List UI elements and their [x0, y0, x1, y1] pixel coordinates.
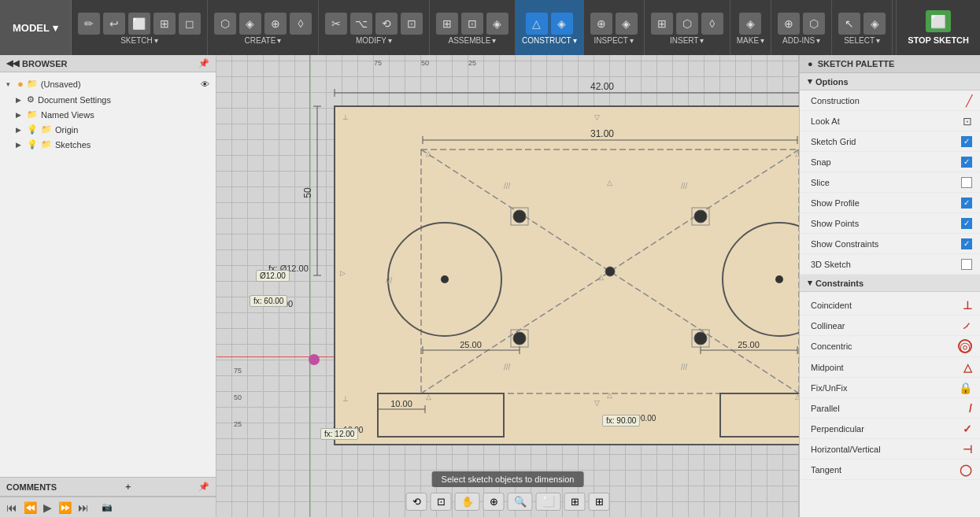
constraints-section-header[interactable]: ▾ Constraints	[800, 275, 980, 292]
show-points-checkbox[interactable]: ✓	[961, 218, 972, 229]
doc-settings-label: Document Settings	[38, 95, 111, 105]
constraint-perpendicular[interactable]: Perpendicular ✓	[800, 419, 980, 439]
sketch-grid-checkbox[interactable]: ✓	[961, 136, 972, 147]
show-profile-checkbox[interactable]: ✓	[961, 198, 972, 209]
origin-folder-icon: 📁	[41, 124, 52, 135]
3d-sketch-checkbox[interactable]	[961, 259, 972, 270]
select-label[interactable]: SELECT ▾	[844, 36, 880, 45]
view-cube-button[interactable]: ⬜	[536, 493, 561, 511]
toolbar-group-select[interactable]: ↖ ◈ SELECT ▾	[832, 0, 893, 55]
play-button[interactable]: ▶	[43, 501, 52, 514]
look-at-label: Look At	[811, 116, 840, 126]
unsaved-dot-icon: ●	[17, 78, 24, 90]
insert-label[interactable]: INSERT ▾	[670, 36, 704, 45]
perpendicular-icon: ✓	[963, 423, 972, 435]
constraint-parallel[interactable]: Parallel /	[800, 398, 980, 419]
snap-checkbox[interactable]: ✓	[961, 157, 972, 168]
browser-tree: ▾ ● 📁 (Unsaved) 👁 ▶ ⚙ Document Settings …	[0, 72, 216, 477]
construct-label[interactable]: CONSTRUCT ▾	[522, 36, 577, 45]
tree-item-origin[interactable]: ▶ 💡 📁 Origin	[0, 122, 216, 137]
camera-icon[interactable]: 📷	[102, 502, 113, 512]
browser-pin-icon[interactable]: 📌	[198, 58, 209, 68]
svg-text:△: △	[426, 150, 431, 157]
toolbar-group-assemble[interactable]: ⊞ ⊡ ◈ ASSEMBLE ▾	[430, 0, 516, 55]
comments-add-icon[interactable]: ＋	[124, 481, 132, 493]
constraint-concentric[interactable]: Concentric ◎	[800, 336, 980, 357]
sketch-palette-header: ● SKETCH PALETTE	[800, 55, 980, 73]
constraint-midpoint[interactable]: Midpoint △	[800, 357, 980, 378]
svg-text:42.00: 42.00	[590, 81, 614, 92]
nav-zoom-percent-button[interactable]: 🔍	[508, 493, 533, 511]
tree-item-named-views[interactable]: ▶ 📁 Named Views	[0, 107, 216, 122]
play-start-button[interactable]: ⏮	[6, 501, 17, 514]
play-prev-button[interactable]: ⏪	[24, 501, 37, 514]
show-points-label: Show Points	[811, 219, 859, 228]
add-ins-label[interactable]: ADD-INS ▾	[782, 36, 820, 45]
tree-item-sketches[interactable]: ▶ 💡 📁 Sketches	[0, 137, 216, 152]
sketch-grid-label: Sketch Grid	[811, 137, 856, 146]
toolbar-group-inspect[interactable]: ⊕ ◈ INSPECT ▾	[584, 0, 645, 55]
comments-pin-icon[interactable]: 📌	[198, 482, 209, 492]
midpoint-label: Midpoint	[811, 363, 844, 372]
tree-item-doc-settings[interactable]: ▶ ⚙ Document Settings	[0, 92, 216, 107]
look-at-control: ⊡	[963, 115, 972, 127]
make-label[interactable]: MAKE ▾	[737, 36, 764, 45]
create-label[interactable]: CREATE ▾	[245, 36, 282, 45]
inspect-label[interactable]: INSPECT ▾	[594, 36, 634, 45]
annotation-fx-circle: Ø12.00	[256, 270, 290, 282]
show-constraints-checkbox[interactable]: ✓	[961, 238, 972, 249]
model-button[interactable]: MODEL ▾	[0, 0, 72, 55]
play-next-button[interactable]: ⏩	[58, 501, 72, 514]
assemble-label[interactable]: ASSEMBLE ▾	[448, 36, 496, 45]
look-at-icon[interactable]: ⊡	[963, 115, 972, 127]
grid-toggle-button[interactable]: ⊞	[589, 493, 610, 511]
comments-header: COMMENTS ＋ 📌	[0, 478, 216, 497]
sketches-folder-icon: 📁	[41, 139, 52, 150]
tree-item-unsaved[interactable]: ▾ ● 📁 (Unsaved) 👁	[0, 76, 216, 92]
constraints-label: Constraints	[815, 279, 864, 288]
nav-zoom-button[interactable]: ⊕	[483, 493, 505, 511]
toolbar-group-create[interactable]: ⬡ ◈ ⊕ ◊ CREATE ▾	[208, 0, 319, 55]
canvas-area[interactable]: 42.00 31.00 50	[216, 55, 799, 517]
slice-checkbox[interactable]	[961, 177, 972, 188]
unsaved-eye-icon[interactable]: 👁	[201, 79, 209, 89]
constraint-collinear[interactable]: Collinear ⟋	[800, 316, 980, 336]
construction-icon[interactable]: ╱	[966, 94, 972, 107]
create-icons: ⬡ ◈ ⊕ ◊	[214, 13, 312, 35]
nav-orbit-button[interactable]: ⟲	[406, 493, 427, 511]
toolbar-group-sketch[interactable]: ✏ ↩ ⬜ ⊞ ◻ SKETCH ▾	[72, 0, 208, 55]
modify-label[interactable]: MODIFY ▾	[356, 36, 392, 45]
nav-fit-button[interactable]: ⊡	[431, 493, 452, 511]
display-mode-button[interactable]: ⊞	[564, 493, 586, 511]
toolbar-group-insert[interactable]: ⊞ ⬡ ◊ INSERT ▾	[645, 0, 730, 55]
stop-sketch-button[interactable]: ⬜ STOP SKETCH	[896, 0, 980, 55]
constraint-horizontal-vertical[interactable]: Horizontal/Vertical ⊣	[800, 439, 980, 460]
doc-settings-icon: ⚙	[27, 94, 35, 105]
constraint-coincident[interactable]: Coincident ⊥	[800, 295, 980, 316]
sketch-label[interactable]: SKETCH ▾	[120, 36, 158, 45]
sketch-icon-rect: ⬜	[128, 13, 150, 35]
ruler-top-25: 25	[468, 59, 476, 67]
browser-collapse-icon[interactable]: ◀◀	[6, 58, 19, 68]
coincident-icon: ⊥	[963, 299, 972, 312]
nav-pan-button[interactable]: ✋	[455, 493, 480, 511]
show-profile-label: Show Profile	[811, 198, 860, 208]
toolbar-group-construct[interactable]: △ ◈ CONSTRUCT ▾	[516, 0, 584, 55]
constraint-tangent[interactable]: Tangent ◯	[800, 460, 980, 480]
toolbar-group-add-ins[interactable]: ⊕ ⬡ ADD-INS ▾	[771, 0, 832, 55]
toolbar-group-modify[interactable]: ✂ ⌥ ⟲ ⊡ MODIFY ▾	[319, 0, 430, 55]
browser-title: BROWSER	[22, 59, 67, 68]
ruler-mark-25: 25	[234, 420, 242, 428]
named-views-icon: 📁	[27, 109, 38, 120]
make-icons: ◈	[739, 13, 761, 35]
inspect-icon-1: ⊕	[590, 13, 612, 35]
play-end-button[interactable]: ⏭	[78, 501, 89, 514]
fx-circle-text: Ø12.00	[260, 271, 286, 280]
options-section-header[interactable]: ▾ Options	[800, 73, 980, 90]
sketch-palette-title: SKETCH PALETTE	[818, 59, 895, 68]
toolbar-group-make[interactable]: ◈ MAKE ▾	[730, 0, 771, 55]
palette-row-look-at: Look At ⊡	[800, 111, 980, 131]
fx-60-text: fx: 60.00	[253, 297, 283, 305]
collinear-label: Collinear	[811, 321, 845, 331]
constraint-fix-unfix[interactable]: Fix/UnFix 🔒	[800, 378, 980, 398]
